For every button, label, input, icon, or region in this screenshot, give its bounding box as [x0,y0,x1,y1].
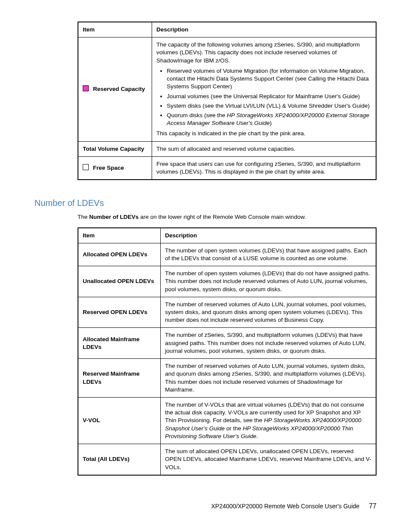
item-label: Unallocated OPEN LDEVs [78,266,161,297]
table-row: Free Space Free space that users can use… [78,156,376,180]
desc-cell: The number of zSeries, S/390, and multip… [161,328,377,359]
desc-outro: This capacity is indicated in the pie ch… [156,130,371,137]
capacity-table: Item Description Reserved Capacity The c… [78,22,377,180]
page-footer: XP24000/XP20000 Remote Web Console User'… [34,501,377,511]
table-row: Allocated Mainframe LDEVs The number of … [78,328,376,359]
item-label: Total (All LDEVs) [78,444,161,475]
item-label: Allocated OPEN LDEVs [78,243,161,266]
item-label: Total Volume Capacity [83,146,144,152]
bullet-list: Reserved volumes of Volume Migration (fo… [156,67,371,128]
table-row: Reserved OPEN LDEVs The number of reserv… [78,297,376,328]
desc-cell: The sum of allocated and reserved volume… [152,141,377,156]
ldevs-table: Item Description Allocated OPEN LDEVs Th… [78,227,377,476]
desc-cell: The number of open system volumes (LDEVs… [161,243,377,266]
section-intro: The Number of LDEVs are on the lower rig… [78,213,377,221]
white-swatch-icon [83,164,89,170]
desc-cell: The number of open system volumes (LDEVs… [161,266,377,297]
desc-cell: The number of reserved volumes of Auto L… [161,359,377,398]
desc-intro: The capacity of the following volumes am… [156,41,371,65]
item-label: Free Space [93,165,124,171]
pink-swatch-icon [83,85,89,91]
desc-cell: The number of reserved volumes of Auto L… [161,297,377,328]
th-item: Item [78,22,152,37]
table-row: Total Volume Capacity The sum of allocat… [78,141,376,156]
page-number: 77 [369,502,377,510]
item-label: Allocated Mainframe LDEVs [78,328,161,359]
list-item: Reserved volumes of Volume Migration (fo… [167,67,371,91]
desc-cell: The number of V-VOLs that are virtual vo… [161,398,377,444]
desc-cell: The sum of allocated OPEN LDEVs, unalloc… [161,444,377,475]
table-row: Allocated OPEN LDEVs The number of open … [78,243,376,266]
footer-title: XP24000/XP20000 Remote Web Console User'… [211,503,359,510]
th-desc: Description [161,228,377,243]
item-label: V-VOL [78,398,161,444]
item-label: Reserved OPEN LDEVs [78,297,161,328]
th-item: Item [78,228,161,243]
table-row: V-VOL The number of V-VOLs that are virt… [78,398,376,444]
th-desc: Description [152,22,377,37]
item-label: Reserved Mainframe LDEVs [78,359,161,398]
item-label: Reserved Capacity [93,86,145,92]
section-heading: Number of LDEVs [34,197,377,209]
desc-cell: Free space that users can use for config… [152,156,377,180]
table-row: Total (All LDEVs) The sum of allocated O… [78,444,376,475]
table-row: Unallocated OPEN LDEVs The number of ope… [78,266,376,297]
list-item: Journal volumes (see the Universal Repli… [167,93,371,100]
table-row: Reserved Capacity The capacity of the fo… [78,37,376,141]
list-item: Quorum disks (see the HP StorageWorks XP… [167,112,371,127]
table-row: Reserved Mainframe LDEVs The number of r… [78,359,376,398]
list-item: System disks (see the Virtual LVI/LUN (V… [167,102,371,110]
